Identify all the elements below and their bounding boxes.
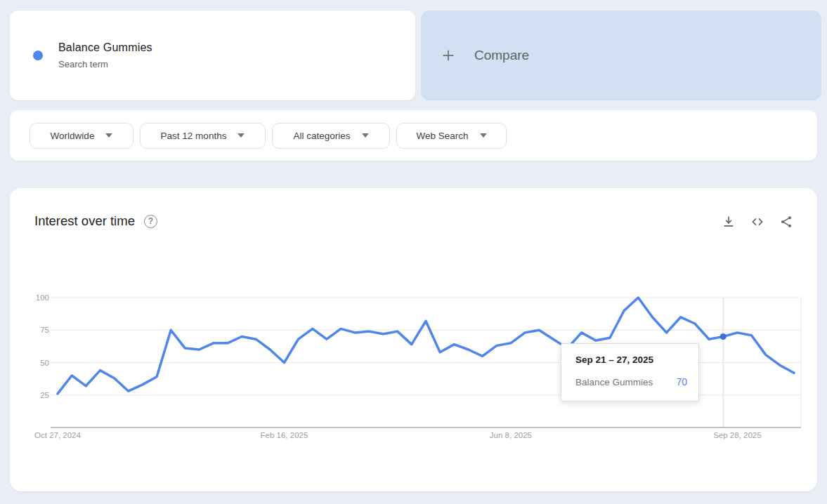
x-axis-tick-label: Sep 28, 2025 bbox=[713, 431, 761, 439]
share-icon bbox=[779, 215, 793, 229]
hovered-point-dot bbox=[720, 333, 727, 340]
chart-tooltip: Sep 21 – 27, 2025 Balance Gummies 70 bbox=[561, 343, 699, 402]
search-term-card[interactable]: Balance Gummies Search term bbox=[10, 11, 415, 100]
embed-button[interactable] bbox=[750, 215, 764, 229]
embed-code-icon bbox=[750, 215, 764, 229]
x-axis-tick-label: Oct 27, 2024 bbox=[34, 431, 81, 439]
chevron-down-icon bbox=[105, 133, 112, 138]
tooltip-value: 70 bbox=[676, 376, 687, 387]
share-button[interactable] bbox=[779, 215, 793, 229]
x-axis-tick-label: Jun 8, 2025 bbox=[490, 431, 532, 439]
chevron-down-icon bbox=[480, 133, 487, 138]
filter-searchtype-label: Web Search bbox=[416, 131, 468, 141]
download-button[interactable] bbox=[722, 215, 736, 229]
interest-over-time-card: Interest over time ? 255075100Oct 27 bbox=[10, 188, 817, 491]
plus-icon bbox=[441, 48, 456, 63]
filter-region-dropdown[interactable]: Worldwide bbox=[30, 123, 134, 149]
google-trends-explore-page: { "page": { "background": "#e9edf5" }, "… bbox=[0, 0, 827, 504]
filter-category-label: All categories bbox=[293, 131, 350, 141]
y-axis-tick-label: 50 bbox=[40, 359, 49, 367]
help-icon[interactable]: ? bbox=[144, 215, 157, 228]
chart-actions bbox=[722, 215, 793, 229]
chevron-down-icon bbox=[237, 133, 245, 138]
filter-time-dropdown[interactable]: Past 12 months bbox=[140, 123, 266, 149]
series-color-dot bbox=[33, 51, 43, 60]
tooltip-series-label: Balance Gummies bbox=[575, 377, 653, 387]
filter-time-label: Past 12 months bbox=[161, 131, 227, 141]
compare-button[interactable]: Compare bbox=[421, 11, 821, 100]
filter-searchtype-dropdown[interactable]: Web Search bbox=[396, 123, 507, 149]
y-axis-tick-label: 75 bbox=[40, 326, 49, 334]
y-axis-tick-label: 100 bbox=[36, 293, 49, 302]
x-axis-tick-label: Feb 16, 2025 bbox=[261, 431, 308, 439]
search-term-title: Balance Gummies bbox=[58, 41, 152, 54]
download-icon bbox=[722, 215, 736, 229]
filter-region-label: Worldwide bbox=[51, 131, 95, 141]
compare-label: Compare bbox=[474, 48, 529, 63]
tooltip-date-range: Sep 21 – 27, 2025 bbox=[575, 354, 687, 365]
chevron-down-icon bbox=[362, 133, 369, 138]
filter-category-dropdown[interactable]: All categories bbox=[272, 123, 390, 149]
help-glyph: ? bbox=[148, 216, 153, 226]
y-axis-tick-label: 25 bbox=[40, 391, 49, 399]
chart-title: Interest over time bbox=[34, 213, 135, 229]
filter-bar: Worldwide Past 12 months All categories … bbox=[10, 110, 817, 161]
search-term-subtitle: Search term bbox=[58, 59, 152, 69]
